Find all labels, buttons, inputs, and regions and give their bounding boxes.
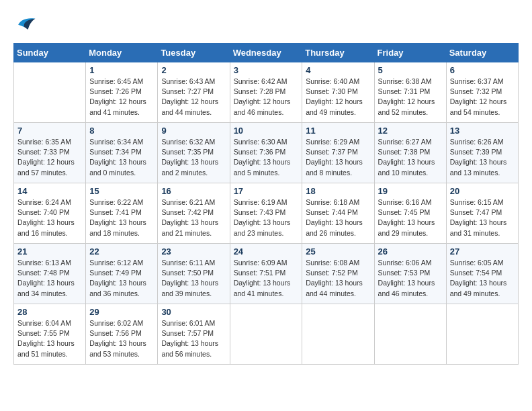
- calendar-cell: 3Sunrise: 6:42 AMSunset: 7:28 PMDaylight…: [230, 62, 302, 123]
- day-info: Sunrise: 6:42 AMSunset: 7:28 PMDaylight:…: [234, 77, 299, 118]
- day-number: 23: [161, 246, 226, 257]
- day-info: Sunrise: 6:45 AMSunset: 7:26 PMDaylight:…: [89, 77, 154, 118]
- day-number: 4: [306, 65, 370, 75]
- day-number: 26: [378, 246, 443, 257]
- calendar-cell: 1Sunrise: 6:45 AMSunset: 7:26 PMDaylight…: [86, 62, 158, 123]
- calendar-table: SundayMondayTuesdayWednesdayThursdayFrid…: [13, 43, 519, 365]
- day-info: Sunrise: 6:13 AMSunset: 7:48 PMDaylight:…: [17, 258, 82, 299]
- day-number: 5: [378, 65, 443, 75]
- day-number: 19: [378, 186, 443, 196]
- calendar-cell: 5Sunrise: 6:38 AMSunset: 7:31 PMDaylight…: [374, 62, 446, 123]
- day-info: Sunrise: 6:08 AMSunset: 7:52 PMDaylight:…: [306, 258, 370, 299]
- calendar-cell: 19Sunrise: 6:16 AMSunset: 7:45 PMDayligh…: [374, 183, 446, 244]
- day-number: 20: [450, 186, 515, 196]
- day-info: Sunrise: 6:26 AMSunset: 7:39 PMDaylight:…: [450, 137, 515, 178]
- day-number: 13: [450, 126, 515, 136]
- day-number: 7: [17, 126, 82, 136]
- page-header: [13, 13, 519, 32]
- day-info: Sunrise: 6:37 AMSunset: 7:32 PMDaylight:…: [450, 77, 515, 118]
- calendar-cell: [446, 304, 518, 365]
- calendar-cell: 16Sunrise: 6:21 AMSunset: 7:42 PMDayligh…: [158, 183, 230, 244]
- calendar-cell: 4Sunrise: 6:40 AMSunset: 7:30 PMDaylight…: [302, 62, 374, 123]
- calendar-cell: [302, 304, 374, 365]
- day-number: 28: [17, 307, 82, 317]
- day-info: Sunrise: 6:19 AMSunset: 7:43 PMDaylight:…: [234, 197, 299, 238]
- calendar-cell: 14Sunrise: 6:24 AMSunset: 7:40 PMDayligh…: [14, 183, 86, 244]
- day-number: 10: [234, 126, 299, 136]
- calendar-week-row: 7Sunrise: 6:35 AMSunset: 7:33 PMDaylight…: [14, 123, 519, 183]
- column-header-tuesday: Tuesday: [158, 44, 230, 62]
- day-number: 29: [89, 307, 154, 317]
- day-number: 14: [17, 186, 82, 196]
- calendar-cell: 23Sunrise: 6:11 AMSunset: 7:50 PMDayligh…: [158, 244, 230, 304]
- calendar-cell: 21Sunrise: 6:13 AMSunset: 7:48 PMDayligh…: [14, 244, 86, 304]
- day-number: 2: [161, 65, 226, 75]
- calendar-cell: 10Sunrise: 6:30 AMSunset: 7:36 PMDayligh…: [230, 123, 302, 183]
- calendar-week-row: 1Sunrise: 6:45 AMSunset: 7:26 PMDaylight…: [14, 62, 519, 123]
- calendar-cell: 27Sunrise: 6:05 AMSunset: 7:54 PMDayligh…: [446, 244, 518, 304]
- day-number: 8: [89, 126, 154, 136]
- day-info: Sunrise: 6:06 AMSunset: 7:53 PMDaylight:…: [378, 258, 443, 299]
- calendar-cell: 26Sunrise: 6:06 AMSunset: 7:53 PMDayligh…: [374, 244, 446, 304]
- column-header-saturday: Saturday: [446, 44, 518, 62]
- calendar-cell: 24Sunrise: 6:09 AMSunset: 7:51 PMDayligh…: [230, 244, 302, 304]
- calendar-cell: 8Sunrise: 6:34 AMSunset: 7:34 PMDaylight…: [86, 123, 158, 183]
- day-info: Sunrise: 6:11 AMSunset: 7:50 PMDaylight:…: [161, 258, 226, 299]
- calendar-cell: 13Sunrise: 6:26 AMSunset: 7:39 PMDayligh…: [446, 123, 518, 183]
- calendar-cell: 12Sunrise: 6:27 AMSunset: 7:38 PMDayligh…: [374, 123, 446, 183]
- day-number: 3: [234, 65, 299, 75]
- day-number: 16: [161, 186, 226, 196]
- day-info: Sunrise: 6:24 AMSunset: 7:40 PMDaylight:…: [17, 197, 82, 238]
- day-number: 25: [306, 246, 370, 257]
- day-info: Sunrise: 6:27 AMSunset: 7:38 PMDaylight:…: [378, 137, 443, 178]
- day-number: 11: [306, 126, 370, 136]
- day-info: Sunrise: 6:22 AMSunset: 7:41 PMDaylight:…: [89, 197, 154, 238]
- calendar-cell: [230, 304, 302, 365]
- day-info: Sunrise: 6:09 AMSunset: 7:51 PMDaylight:…: [234, 258, 299, 299]
- day-number: 6: [450, 65, 515, 75]
- calendar-header-row: SundayMondayTuesdayWednesdayThursdayFrid…: [14, 44, 519, 62]
- calendar-cell: 25Sunrise: 6:08 AMSunset: 7:52 PMDayligh…: [302, 244, 374, 304]
- column-header-thursday: Thursday: [302, 44, 374, 62]
- day-info: Sunrise: 6:21 AMSunset: 7:42 PMDaylight:…: [161, 197, 226, 238]
- day-number: 9: [161, 126, 226, 136]
- day-info: Sunrise: 6:02 AMSunset: 7:56 PMDaylight:…: [89, 318, 154, 359]
- calendar-cell: [14, 62, 86, 123]
- column-header-friday: Friday: [374, 44, 446, 62]
- calendar-cell: 9Sunrise: 6:32 AMSunset: 7:35 PMDaylight…: [158, 123, 230, 183]
- calendar-cell: 6Sunrise: 6:37 AMSunset: 7:32 PMDaylight…: [446, 62, 518, 123]
- day-info: Sunrise: 6:35 AMSunset: 7:33 PMDaylight:…: [17, 137, 82, 178]
- calendar-cell: 29Sunrise: 6:02 AMSunset: 7:56 PMDayligh…: [86, 304, 158, 365]
- day-info: Sunrise: 6:15 AMSunset: 7:47 PMDaylight:…: [450, 197, 515, 238]
- day-number: 22: [89, 246, 154, 257]
- day-number: 27: [450, 246, 515, 257]
- day-number: 24: [234, 246, 299, 257]
- logo: [13, 13, 42, 32]
- calendar-cell: 30Sunrise: 6:01 AMSunset: 7:57 PMDayligh…: [158, 304, 230, 365]
- day-info: Sunrise: 6:04 AMSunset: 7:55 PMDaylight:…: [17, 318, 82, 359]
- day-number: 17: [234, 186, 299, 196]
- day-info: Sunrise: 6:32 AMSunset: 7:35 PMDaylight:…: [161, 137, 226, 178]
- day-number: 15: [89, 186, 154, 196]
- calendar-cell: 15Sunrise: 6:22 AMSunset: 7:41 PMDayligh…: [86, 183, 158, 244]
- column-header-monday: Monday: [86, 44, 158, 62]
- day-info: Sunrise: 6:40 AMSunset: 7:30 PMDaylight:…: [306, 77, 370, 118]
- column-header-wednesday: Wednesday: [230, 44, 302, 62]
- day-number: 30: [161, 307, 226, 317]
- day-info: Sunrise: 6:01 AMSunset: 7:57 PMDaylight:…: [161, 318, 226, 359]
- calendar-cell: [374, 304, 446, 365]
- day-number: 12: [378, 126, 443, 136]
- calendar-cell: 7Sunrise: 6:35 AMSunset: 7:33 PMDaylight…: [14, 123, 86, 183]
- day-info: Sunrise: 6:12 AMSunset: 7:49 PMDaylight:…: [89, 258, 154, 299]
- day-info: Sunrise: 6:38 AMSunset: 7:31 PMDaylight:…: [378, 77, 443, 118]
- calendar-cell: 20Sunrise: 6:15 AMSunset: 7:47 PMDayligh…: [446, 183, 518, 244]
- calendar-cell: 22Sunrise: 6:12 AMSunset: 7:49 PMDayligh…: [86, 244, 158, 304]
- calendar-cell: 11Sunrise: 6:29 AMSunset: 7:37 PMDayligh…: [302, 123, 374, 183]
- day-info: Sunrise: 6:18 AMSunset: 7:44 PMDaylight:…: [306, 197, 370, 238]
- calendar-cell: 17Sunrise: 6:19 AMSunset: 7:43 PMDayligh…: [230, 183, 302, 244]
- day-info: Sunrise: 6:05 AMSunset: 7:54 PMDaylight:…: [450, 258, 515, 299]
- calendar-week-row: 28Sunrise: 6:04 AMSunset: 7:55 PMDayligh…: [14, 304, 519, 365]
- logo-icon: [13, 13, 38, 32]
- day-number: 18: [306, 186, 370, 196]
- calendar-cell: 28Sunrise: 6:04 AMSunset: 7:55 PMDayligh…: [14, 304, 86, 365]
